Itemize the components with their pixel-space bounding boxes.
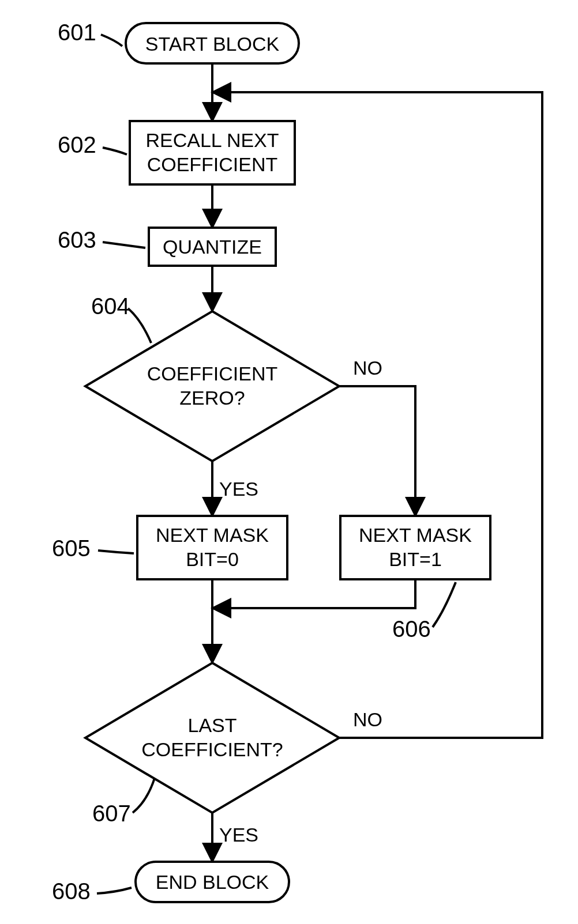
- edge-label-yes-1: YES: [219, 478, 258, 500]
- leader-608: [97, 888, 132, 893]
- leader-605: [98, 550, 134, 553]
- label-607: 607: [92, 801, 131, 826]
- start-text: START BLOCK: [145, 33, 280, 55]
- edge-label-no-1: NO: [353, 357, 382, 379]
- recall-text-1: RECALL NEXT: [145, 129, 279, 151]
- last-text-2: COEFFICIENT?: [141, 738, 283, 760]
- label-601: 601: [58, 20, 96, 45]
- node-quantize: QUANTIZE: [149, 228, 276, 266]
- coefzero-text-2: ZERO?: [179, 387, 245, 409]
- leader-607: [133, 778, 155, 813]
- node-start: START BLOCK: [126, 23, 299, 63]
- node-mask1: NEXT MASK BIT=1: [340, 516, 490, 579]
- end-text: END BLOCK: [156, 871, 269, 893]
- node-coef-zero: COEFFICIENT ZERO?: [85, 311, 339, 461]
- last-text-1: LAST: [187, 714, 237, 736]
- node-mask0: NEXT MASK BIT=0: [137, 516, 287, 579]
- edge-label-no-2: NO: [353, 708, 382, 730]
- svg-marker-3: [85, 311, 339, 461]
- coefzero-text-1: COEFFICIENT: [147, 363, 278, 384]
- label-608: 608: [52, 878, 91, 904]
- leader-603: [103, 242, 145, 248]
- node-last: LAST COEFFICIENT?: [85, 663, 339, 813]
- recall-text-2: COEFFICIENT: [147, 153, 278, 175]
- edge-label-yes-2: YES: [219, 824, 258, 846]
- mask1-text-2: BIT=1: [389, 548, 442, 570]
- leader-602: [103, 148, 127, 154]
- svg-marker-6: [85, 663, 339, 813]
- leader-604: [128, 308, 151, 343]
- node-recall: RECALL NEXT COEFFICIENT: [130, 121, 295, 184]
- quantize-text: QUANTIZE: [163, 236, 262, 258]
- edge-mask1-merge: [212, 579, 415, 608]
- label-605: 605: [52, 535, 91, 561]
- mask1-text-1: NEXT MASK: [359, 524, 472, 546]
- label-604: 604: [91, 293, 130, 319]
- label-603: 603: [58, 227, 96, 252]
- label-602: 602: [58, 132, 96, 157]
- node-end: END BLOCK: [136, 862, 289, 902]
- label-606: 606: [392, 616, 431, 642]
- leader-601: [101, 35, 122, 46]
- mask0-text-2: BIT=0: [186, 548, 239, 570]
- edge-coefzero-no: [339, 386, 415, 516]
- mask0-text-1: NEXT MASK: [156, 524, 269, 546]
- leader-606: [433, 582, 456, 627]
